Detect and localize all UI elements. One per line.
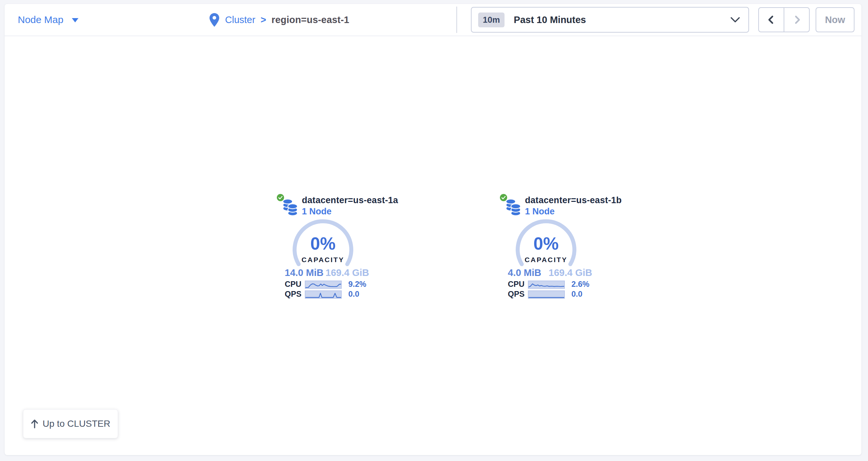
capacity-percent: 0% <box>510 235 582 252</box>
cpu-sparkline <box>305 281 342 289</box>
qps-sparkline <box>305 290 342 299</box>
qps-label: QPS <box>508 290 522 298</box>
breadcrumb-current: region=us-east-1 <box>272 14 349 25</box>
capacity-caption: CAPACITY <box>510 256 582 264</box>
datacenter-stack-icon <box>282 199 298 216</box>
datacenter-stack-icon <box>505 199 521 216</box>
qps-value: 0.0 <box>571 290 582 298</box>
capacity-caption: CAPACITY <box>287 256 359 264</box>
console-sheet: Node Map Cluster > region=us-east-1 10m … <box>5 4 861 455</box>
locality-card-us-east-1b[interactable]: datacenter=us-east-1b 1 Node 0% CAPACITY… <box>500 193 595 306</box>
location-pin-icon <box>209 12 220 27</box>
arrow-up-icon <box>31 419 38 428</box>
now-button[interactable]: Now <box>816 7 855 32</box>
cpu-sparkline <box>528 281 565 289</box>
cpu-value: 9.2% <box>348 280 367 289</box>
up-to-cluster-button[interactable]: Up to CLUSTER <box>23 409 118 438</box>
capacity-total: 169.4 GiB <box>326 267 369 278</box>
cpu-label: CPU <box>285 280 299 289</box>
locality-title: datacenter=us-east-1a <box>302 195 398 205</box>
caret-down-icon <box>72 18 79 22</box>
time-range-badge: 10m <box>478 12 504 27</box>
capacity-percent: 0% <box>287 235 359 252</box>
up-to-cluster-label: Up to CLUSTER <box>42 419 110 429</box>
capacity-total: 169.4 GiB <box>549 267 592 278</box>
chevron-down-icon <box>731 17 740 23</box>
cpu-value: 2.6% <box>571 280 590 289</box>
qps-value: 0.0 <box>348 290 359 298</box>
top-bar: Node Map Cluster > region=us-east-1 10m … <box>5 4 861 36</box>
breadcrumb-cluster-link[interactable]: Cluster <box>225 14 255 25</box>
qps-sparkline <box>528 290 565 299</box>
chevron-right-icon <box>792 14 802 25</box>
locality-title: datacenter=us-east-1b <box>525 195 622 205</box>
view-selector-label: Node Map <box>18 14 63 25</box>
qps-label: QPS <box>285 290 299 298</box>
capacity-used: 4.0 MiB <box>508 267 541 278</box>
locality-card-us-east-1a[interactable]: datacenter=us-east-1a 1 Node 0% CAPACITY… <box>277 193 372 306</box>
breadcrumb-separator: > <box>261 14 266 25</box>
cpu-label: CPU <box>508 280 522 289</box>
chevron-left-icon <box>766 14 777 25</box>
capacity-used: 14.0 MiB <box>285 267 323 278</box>
time-back-button[interactable] <box>759 8 784 32</box>
topbar-divider <box>457 7 457 33</box>
view-selector-dropdown[interactable]: Node Map <box>18 4 79 36</box>
node-map-page: { "header": { "view_selector": { "label"… <box>0 0 868 461</box>
breadcrumb: Cluster > region=us-east-1 <box>209 4 349 36</box>
time-forward-button[interactable] <box>784 8 809 32</box>
time-range-dropdown[interactable]: 10m Past 10 Minutes <box>471 7 749 33</box>
time-range-label: Past 10 Minutes <box>514 14 731 25</box>
time-nav-group <box>758 7 810 32</box>
